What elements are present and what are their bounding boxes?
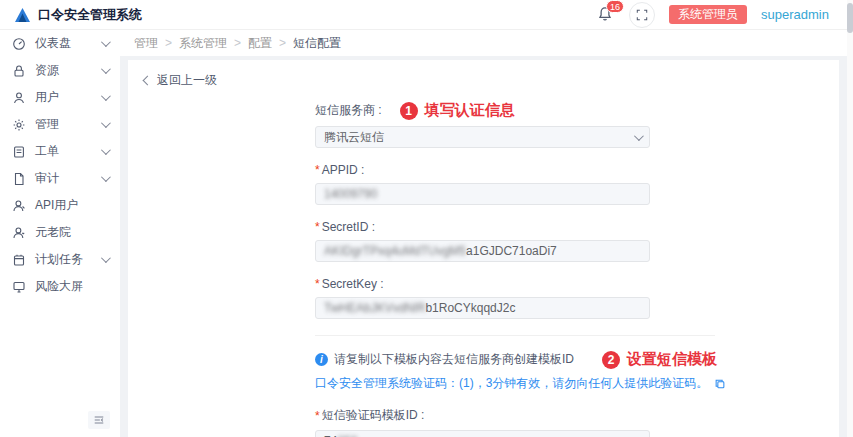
- app-title: 口令安全管理系统: [38, 6, 142, 24]
- template-tip-1: 请复制以下模板内容去短信服务商创建模板ID: [334, 351, 574, 368]
- breadcrumb: 管理 > 系统管理 > 配置 > 短信配置: [120, 30, 847, 56]
- logo-icon: [14, 7, 31, 23]
- sidebar-item-risk-screen[interactable]: 风险大屏: [0, 273, 120, 300]
- provider-selected-value: 腾讯云短信: [324, 129, 384, 146]
- sidebar-item-dashboard[interactable]: 仪表盘: [0, 30, 120, 57]
- step2-text: 设置短信模板: [627, 350, 717, 369]
- notification-bell-icon[interactable]: 16: [597, 6, 615, 24]
- appid-redacted-value: 14009790: [324, 187, 377, 201]
- sidebar-item-label: 资源: [35, 62, 92, 79]
- sidebar-item-senate[interactable]: 元老院: [0, 219, 120, 246]
- lock-icon: [12, 64, 26, 78]
- breadcrumb-item-current: 短信配置: [293, 35, 341, 52]
- chevron-down-icon: [101, 91, 111, 101]
- api-user-icon: [12, 199, 26, 213]
- notification-count-badge: 16: [606, 0, 624, 13]
- screen-icon: [12, 280, 26, 294]
- main-area: 管理 > 系统管理 > 配置 > 短信配置 返回上一级 短信服务商 : 1 填写…: [120, 30, 847, 437]
- user-icon: [12, 91, 26, 105]
- content-card: 返回上一级 短信服务商 : 1 填写认证信息 腾讯云短信 * APPID :: [128, 60, 839, 437]
- sidebar-item-label: 仪表盘: [35, 35, 92, 52]
- required-marker: *: [315, 163, 320, 177]
- chevron-down-icon: [101, 64, 111, 74]
- provider-select[interactable]: 腾讯云短信: [315, 126, 650, 148]
- code-template-id-label: 短信验证码模板ID :: [322, 407, 425, 424]
- step1-number-badge: 1: [400, 102, 418, 120]
- role-badge: 系统管理员: [669, 5, 747, 24]
- secret-id-value: a1GJDC71oaDi7: [466, 244, 557, 258]
- sidebar-item-label: 风险大屏: [35, 278, 108, 295]
- breadcrumb-separator: >: [234, 36, 241, 50]
- annotation-step1: 1 填写认证信息: [400, 101, 515, 120]
- chevron-down-icon: [101, 253, 111, 263]
- sidebar-item-audit[interactable]: 审计: [0, 165, 120, 192]
- breadcrumb-separator: >: [279, 36, 286, 50]
- verification-template-content: 口令安全管理系统验证码：(1)，3分钟有效，请勿向任何人提供此验证码。: [315, 375, 708, 392]
- sidebar-item-label: 审计: [35, 170, 92, 187]
- sidebar-item-label: 用户: [35, 89, 92, 106]
- back-link-label: 返回上一级: [157, 72, 217, 89]
- code-template-id-input[interactable]: 74 358: [315, 430, 650, 437]
- sidebar-item-label: 计划任务: [35, 251, 92, 268]
- appid-input[interactable]: 14009790: [315, 183, 650, 205]
- required-marker: *: [315, 220, 320, 234]
- copy-icon[interactable]: [714, 378, 726, 390]
- sidebar-item-label: 工单: [35, 143, 92, 160]
- secret-id-input[interactable]: AKIDgrTPxq4uMdTUvgM5 a1GJDC71oaDi7: [315, 240, 650, 262]
- scrollbar-thumb[interactable]: [847, 3, 853, 33]
- secret-key-value: b1RoCYkqqdJ2c: [425, 301, 515, 315]
- sidebar-collapse-icon[interactable]: [88, 411, 110, 429]
- audit-icon: [12, 172, 26, 186]
- annotation-step2: 2 设置短信模板: [602, 350, 717, 369]
- required-marker: *: [315, 277, 320, 291]
- sidebar: 仪表盘 资源 用户 管理: [0, 30, 120, 437]
- sidebar-item-management[interactable]: 管理: [0, 111, 120, 138]
- back-link[interactable]: 返回上一级: [144, 72, 217, 89]
- section-divider: [315, 335, 715, 336]
- step1-text: 填写认证信息: [425, 101, 515, 120]
- info-icon: [315, 353, 328, 366]
- top-bar: 口令安全管理系统 16 系统管理员 superadmin: [0, 0, 853, 30]
- secret-id-label: SecretID :: [322, 220, 375, 234]
- page-scrollbar[interactable]: [847, 0, 853, 437]
- sidebar-item-label: 管理: [35, 116, 92, 133]
- step2-number-badge: 2: [602, 351, 620, 369]
- chevron-left-icon: [143, 76, 153, 86]
- ticket-icon: [12, 145, 26, 159]
- gear-icon: [12, 118, 26, 132]
- fullscreen-icon[interactable]: [629, 2, 655, 28]
- verification-template-text[interactable]: 口令安全管理系统验证码：(1)，3分钟有效，请勿向任何人提供此验证码。: [315, 375, 650, 392]
- breadcrumb-separator: >: [165, 36, 172, 50]
- breadcrumb-item[interactable]: 系统管理: [179, 35, 227, 52]
- dashboard-icon: [12, 37, 26, 51]
- app-logo: 口令安全管理系统: [14, 6, 142, 24]
- secret-key-label: SecretKey :: [322, 277, 384, 291]
- sms-config-form: 短信服务商 : 1 填写认证信息 腾讯云短信 * APPID : 1400979…: [315, 101, 650, 437]
- username[interactable]: superadmin: [761, 7, 829, 22]
- secret-key-redacted-value: TwHEAbJKVvdNlR: [324, 301, 425, 315]
- secret-id-redacted-value: AKIDgrTPxq4uMdTUvgM5: [324, 244, 466, 258]
- sidebar-item-workorders[interactable]: 工单: [0, 138, 120, 165]
- provider-label: 短信服务商 :: [315, 102, 382, 119]
- sidebar-item-label: 元老院: [35, 224, 108, 241]
- sidebar-item-scheduled-tasks[interactable]: 计划任务: [0, 246, 120, 273]
- chevron-down-icon: [634, 131, 644, 141]
- sidebar-item-users[interactable]: 用户: [0, 84, 120, 111]
- schedule-icon: [12, 253, 26, 267]
- sidebar-item-api-users[interactable]: API用户: [0, 192, 120, 219]
- chevron-down-icon: [101, 172, 111, 182]
- sidebar-item-resources[interactable]: 资源: [0, 57, 120, 84]
- chevron-down-icon: [101, 37, 111, 47]
- breadcrumb-item[interactable]: 管理: [134, 35, 158, 52]
- senate-icon: [12, 226, 26, 240]
- appid-label: APPID :: [322, 163, 365, 177]
- sidebar-item-label: API用户: [35, 197, 108, 214]
- required-marker: *: [315, 409, 320, 423]
- chevron-down-icon: [101, 145, 111, 155]
- chevron-down-icon: [101, 118, 111, 128]
- breadcrumb-item[interactable]: 配置: [248, 35, 272, 52]
- secret-key-input[interactable]: TwHEAbJKVvdNlR b1RoCYkqqdJ2c: [315, 297, 650, 319]
